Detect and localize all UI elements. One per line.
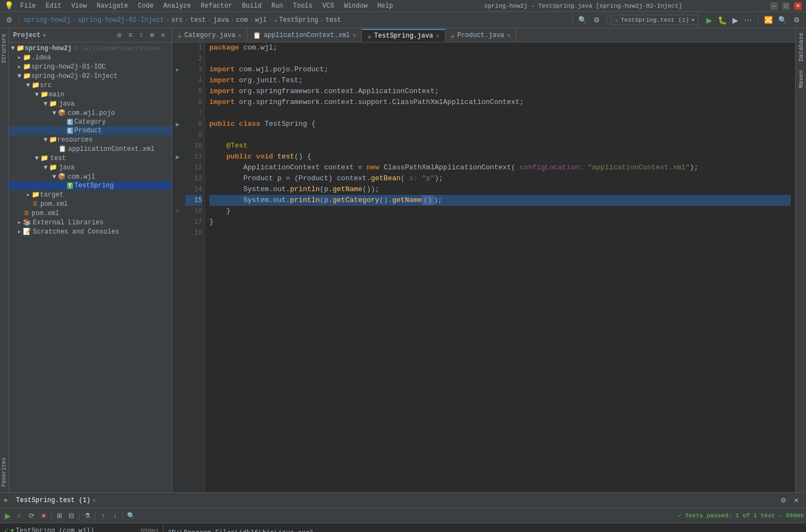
run-tab-close-icon[interactable]: ✕ — [93, 497, 96, 504]
toolbar-search-btn[interactable]: 🔍 — [577, 14, 589, 26]
tab-category[interactable]: ☕ Category.java ✕ — [172, 29, 247, 42]
more-run-btn[interactable]: ⋯ — [742, 14, 754, 26]
titlebar-menu-vcs[interactable]: VCS — [319, 2, 338, 10]
tree-category[interactable]: C Category — [9, 118, 172, 126]
sidebar-locate-btn[interactable]: ◎ — [115, 31, 124, 40]
tree-pom2[interactable]: 🗎 pom.xml — [9, 209, 172, 218]
tree-pom1[interactable]: 🗎 pom.xml — [9, 199, 172, 209]
debug-button[interactable]: 🐛 — [716, 14, 728, 26]
bc-project[interactable]: spring-how2j — [23, 16, 70, 24]
tab-category-close[interactable]: ✕ — [238, 32, 241, 39]
minimize-button[interactable]: – — [770, 2, 778, 10]
tree-resources[interactable]: ▼ 📁 resources — [9, 135, 172, 144]
titlebar-menu-help[interactable]: Help — [374, 2, 396, 10]
sidebar-close-btn[interactable]: ✕ — [159, 31, 167, 40]
main-expand-icon: ▼ — [35, 91, 39, 99]
titlebar-menu-edit[interactable]: Edit — [43, 2, 65, 10]
tree-testspring[interactable]: T TestSpring — [9, 181, 172, 190]
toolbar-find-btn[interactable]: 🔍 — [777, 14, 789, 26]
titlebar-menu-view[interactable]: View — [68, 2, 90, 10]
run-rerun-btn[interactable]: ⟳ — [26, 510, 37, 521]
bc-test[interactable]: test — [190, 16, 206, 24]
tab-testspring-close[interactable]: ✕ — [436, 33, 439, 39]
toolbar-vcs-btn[interactable]: 🔀 — [762, 14, 774, 26]
bc-testspring[interactable]: ☕TestSpring — [274, 16, 318, 24]
titlebar-menu-window[interactable]: Window — [341, 2, 371, 10]
run-up-btn[interactable]: ↑ — [98, 510, 108, 521]
tree-wjl-pkg[interactable]: ▼ 📦 com.wjl — [9, 172, 172, 181]
toolbar-settings3-btn[interactable]: ⚙ — [791, 14, 803, 26]
titlebar-menu-file[interactable]: File — [17, 2, 39, 10]
tree-idea[interactable]: ▸ 📁 .idea — [9, 53, 172, 62]
tree-scratches[interactable]: ▸ 📝 Scratches and Consoles — [9, 227, 172, 236]
tab-testspring[interactable]: ☕ TestSpring.java ✕ — [362, 29, 445, 42]
run-settings-btn[interactable]: ⚙ — [778, 495, 789, 506]
coverage-button[interactable]: ▶ — [729, 14, 741, 26]
sidebar-settings-btn[interactable]: ⚙ — [148, 31, 156, 40]
run-tab-label: TestSpring.test (1) — [16, 497, 90, 504]
tree-pojo-pkg[interactable]: ▼ 📦 com.wjl.pojo — [9, 108, 172, 118]
bc-java[interactable]: java — [213, 16, 229, 24]
maven-tab[interactable]: Maven — [796, 66, 806, 93]
sidebar-collapse-btn[interactable]: ≡ — [126, 31, 135, 40]
run-play-btn[interactable]: ▶ — [2, 510, 13, 521]
tree-module2[interactable]: ▼ 📁 spring-how2j-02-Inject — [9, 71, 172, 81]
run-8-icon[interactable]: ▶ — [175, 120, 179, 129]
titlebar-menu-tools[interactable]: Tools — [290, 2, 316, 10]
run-search-btn[interactable]: 🔍 — [125, 510, 136, 521]
run-11-icon[interactable]: ▶ — [175, 153, 179, 161]
bc-com[interactable]: com — [236, 16, 248, 24]
tab-product[interactable]: ☕ Product.java ✕ — [445, 29, 517, 42]
tab-appctx[interactable]: 📋 applicationContext.xml ✕ — [247, 29, 362, 42]
bc-module[interactable]: spring-how2j-02-Inject — [78, 16, 164, 24]
ln-16: 16 — [185, 206, 202, 217]
run-expand-btn[interactable]: ⊞ — [54, 510, 65, 521]
titlebar-menu-run[interactable]: Run — [268, 2, 287, 10]
run-filter-btn[interactable]: ⚗ — [82, 510, 93, 521]
bc-wjl[interactable]: wjl — [255, 16, 267, 24]
ln-5: 5 — [185, 86, 202, 97]
run-panel-close-btn[interactable]: ✕ — [791, 495, 802, 506]
tree-root[interactable]: ▼ 📁 spring-how2j D:\wjl\IdeaProjects\jav… — [9, 44, 172, 53]
titlebar-menu-analyze[interactable]: Analyze — [160, 2, 194, 10]
structure-tab[interactable]: Structure — [0, 28, 8, 69]
run-down-btn[interactable]: ↓ — [110, 510, 120, 521]
maximize-button[interactable]: □ — [782, 2, 790, 10]
run-tab-testspring[interactable]: TestSpring.test (1) ✕ — [11, 496, 100, 505]
tree-src[interactable]: ▼ 📁 src — [9, 81, 172, 90]
titlebar-menu-refactor[interactable]: Refactor — [197, 2, 235, 10]
tree-appctx-xml[interactable]: 📋 applicationContext.xml — [9, 144, 172, 154]
tree-product[interactable]: C Product — [9, 126, 172, 135]
tree-module1[interactable]: ▸ 📁 spring-how2j-01-IOC — [9, 62, 172, 71]
tree-test-dir[interactable]: ▼ 📁 test — [9, 154, 172, 163]
titlebar-menu-navigate[interactable]: Navigate — [93, 2, 131, 10]
titlebar-menu-code[interactable]: Code — [135, 2, 157, 10]
tab-appctx-close[interactable]: ✕ — [353, 32, 356, 39]
bc-test-method[interactable]: test — [325, 16, 341, 24]
run-collapse-btn[interactable]: ⊟ — [66, 510, 77, 521]
tree-java2[interactable]: ▼ 📁 java — [9, 163, 172, 172]
close-button[interactable]: ✕ — [794, 2, 802, 10]
tab-product-close[interactable]: ✕ — [507, 32, 510, 39]
favorites-tab[interactable]: Favorites — [0, 452, 8, 492]
tree-extlibs[interactable]: ▸ 📚 External Libraries — [9, 218, 172, 227]
sidebar-dropdown-icon[interactable]: ▾ — [43, 32, 46, 39]
run-button[interactable]: ▶ — [703, 14, 715, 26]
run-stop-btn[interactable]: ■ — [38, 510, 49, 521]
tree-java1[interactable]: ▼ 📁 java — [9, 99, 172, 108]
fold-3-icon[interactable]: ▶ — [176, 66, 179, 73]
tree-target[interactable]: ▸ 📁 target — [9, 190, 172, 199]
sidebar-sort-btn[interactable]: ↕ — [137, 31, 146, 40]
database-tab[interactable]: Database — [796, 28, 806, 66]
fold-16-icon[interactable]: ⊟ — [176, 208, 179, 215]
run-config-dropdown-icon: ▾ — [691, 16, 695, 23]
toolbar-settings2-btn[interactable]: ⚙ — [591, 14, 603, 26]
toolbar-settings-btn[interactable]: ⚙ — [3, 14, 15, 26]
bc-src[interactable]: src — [171, 16, 183, 24]
tree-main[interactable]: ▼ 📁 main — [9, 90, 172, 99]
run-tree-testspring[interactable]: ✓ ▼ TestSpring (com.wjl) 558ms — [2, 525, 161, 532]
run-check-btn[interactable]: ✓ — [14, 510, 25, 521]
run-config-selector[interactable]: ☕ TestSpring.test (1) ▾ — [611, 15, 699, 25]
titlebar-menu-build[interactable]: Build — [239, 2, 265, 10]
code-content[interactable]: package com.wjl; import com.wjl.pojo.Pro… — [205, 42, 795, 492]
